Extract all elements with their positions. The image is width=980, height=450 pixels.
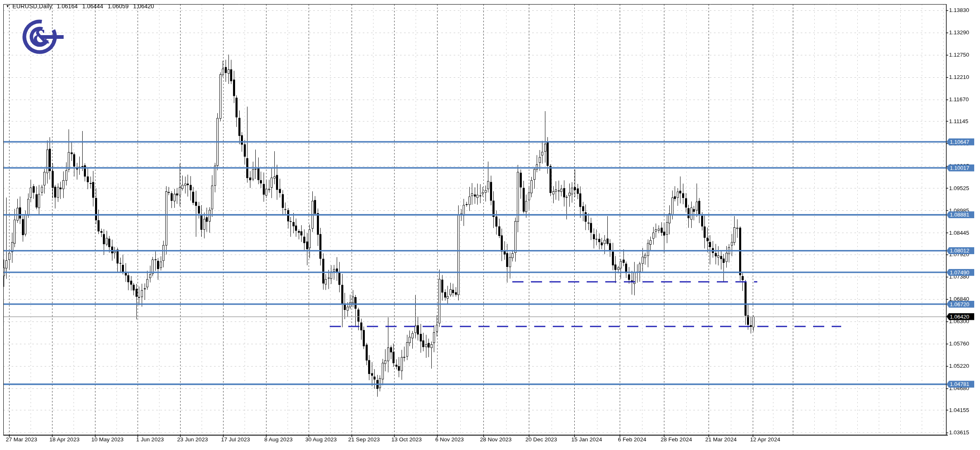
current-price-badge: 1.06420 <box>947 313 974 320</box>
price-tick-label: 1.13290 <box>949 29 969 36</box>
date-label: 27 Mar 2023 <box>2 436 41 443</box>
price-level-badge: 1.08881 <box>947 211 974 218</box>
price-level-badge: 1.07490 <box>947 269 974 276</box>
ohlc-open-value: 1.06164 <box>57 3 78 10</box>
date-label: 20 Dec 2023 <box>521 436 561 443</box>
price-tick-label: 1.03615 <box>949 429 969 436</box>
chart-title-row: ▼EURUSD,Daily1.061641.064441.060591.0642… <box>6 3 154 10</box>
date-label: 8 Aug 2023 <box>259 436 298 443</box>
price-level-badge: 1.06720 <box>947 301 974 308</box>
price-tick-label: 1.05220 <box>949 363 969 369</box>
date-label: 12 Apr 2024 <box>745 436 785 443</box>
price-tick-label: 1.05760 <box>949 340 969 347</box>
ohlc-close-value: 1.06420 <box>133 3 154 10</box>
price-tick-label: 1.08445 <box>949 230 969 236</box>
price-level-badge: 1.10647 <box>947 138 974 145</box>
ohlc-low-value: 1.06059 <box>108 3 129 10</box>
price-level-badge: 1.08012 <box>947 247 974 254</box>
date-label: 23 Jun 2023 <box>173 436 212 443</box>
date-label: 18 Apr 2023 <box>45 436 84 443</box>
date-label: 30 Aug 2023 <box>301 436 341 443</box>
price-tick-label: 1.09525 <box>949 185 969 191</box>
price-tick-label: 1.13830 <box>949 7 969 13</box>
price-tick-label: 1.12210 <box>949 74 969 80</box>
price-tick-label: 1.12750 <box>949 52 969 58</box>
price-axis[interactable]: 1.138301.132901.127501.122101.116701.111… <box>946 0 980 450</box>
logo-ampersand: & <box>33 26 50 48</box>
price-tick-label: 1.11145 <box>949 118 968 124</box>
ohlc-high-value: 1.06444 <box>82 3 103 10</box>
date-label: 15 Jan 2024 <box>567 436 607 443</box>
price-level-badge: 1.10017 <box>947 164 974 171</box>
price-tick-label: 1.04155 <box>949 407 969 413</box>
price-level-badge: 1.04781 <box>947 381 974 388</box>
date-label: 6 Feb 2024 <box>612 436 652 443</box>
date-label: 6 Nov 2023 <box>430 436 469 443</box>
date-label: 21 Mar 2024 <box>701 436 741 443</box>
symbol-dropdown-icon[interactable]: ▼ <box>6 4 10 8</box>
date-label: 10 May 2023 <box>88 436 127 443</box>
date-label: 28 Feb 2024 <box>657 436 696 443</box>
date-label: 28 Nov 2023 <box>476 436 516 443</box>
symbol-period-label: EURUSD,Daily <box>12 3 52 10</box>
time-axis[interactable]: 27 Mar 202318 Apr 202310 May 20231 Jun 2… <box>0 436 980 448</box>
date-label: 1 Jun 2023 <box>130 436 170 443</box>
price-tick-label: 1.11670 <box>949 96 969 102</box>
date-label: 17 Jul 2023 <box>216 436 255 443</box>
date-label: 21 Sep 2023 <box>344 436 384 443</box>
mt4-chart-window: ▼EURUSD,Daily1.061641.064441.060591.0642… <box>0 0 980 450</box>
candlestick-chart-canvas[interactable] <box>0 0 980 450</box>
broker-logo: & <box>21 17 64 55</box>
date-label: 13 Oct 2023 <box>387 436 426 443</box>
